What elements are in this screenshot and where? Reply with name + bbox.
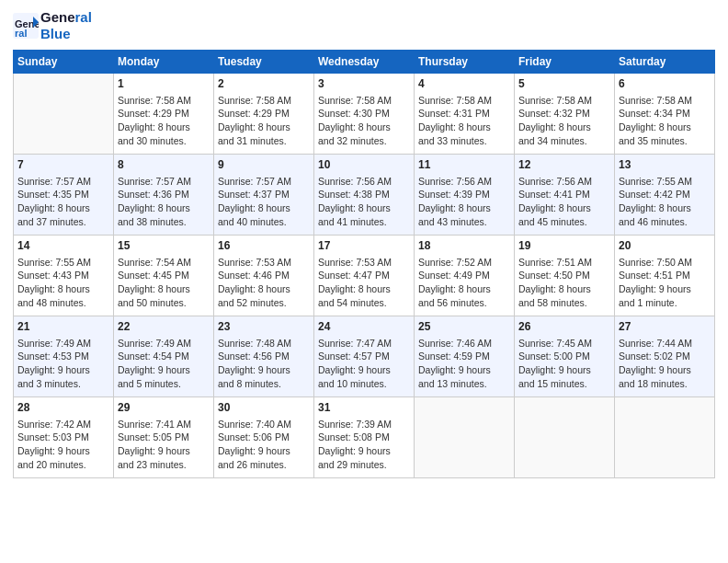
calendar-cell — [615, 397, 715, 478]
weekday-header-row: SundayMondayTuesdayWednesdayThursdayFrid… — [14, 51, 715, 74]
calendar-cell: 3Sunrise: 7:58 AM Sunset: 4:30 PM Daylig… — [314, 74, 415, 155]
calendar-cell: 10Sunrise: 7:56 AM Sunset: 4:38 PM Dayli… — [314, 155, 415, 236]
calendar-cell: 25Sunrise: 7:46 AM Sunset: 4:59 PM Dayli… — [415, 316, 515, 397]
week-row-4: 28Sunrise: 7:42 AM Sunset: 5:03 PM Dayli… — [14, 397, 715, 478]
day-number: 14 — [17, 238, 109, 254]
day-number: 7 — [17, 157, 109, 173]
calendar-page: Gene ral General Blue SundayMondayTuesda… — [0, 0, 728, 563]
logo-icon: Gene ral — [13, 13, 39, 39]
calendar-cell: 31Sunrise: 7:39 AM Sunset: 5:08 PM Dayli… — [314, 397, 415, 478]
calendar-cell — [415, 397, 515, 478]
day-info: Sunrise: 7:53 AM Sunset: 4:47 PM Dayligh… — [318, 256, 410, 310]
calendar-cell — [14, 74, 114, 155]
day-info: Sunrise: 7:51 AM Sunset: 4:50 PM Dayligh… — [518, 256, 610, 310]
calendar-cell: 22Sunrise: 7:49 AM Sunset: 4:54 PM Dayli… — [114, 316, 214, 397]
day-info: Sunrise: 7:58 AM Sunset: 4:29 PM Dayligh… — [118, 94, 210, 148]
day-number: 31 — [318, 400, 410, 416]
calendar-cell: 20Sunrise: 7:50 AM Sunset: 4:51 PM Dayli… — [615, 236, 715, 316]
weekday-header-tuesday: Tuesday — [214, 51, 314, 74]
calendar-cell: 9Sunrise: 7:57 AM Sunset: 4:37 PM Daylig… — [214, 155, 314, 236]
logo-text: General Blue — [40, 9, 92, 42]
day-number: 27 — [619, 319, 711, 335]
day-number: 20 — [619, 238, 711, 254]
day-number: 5 — [518, 76, 610, 92]
day-number: 13 — [619, 157, 711, 173]
day-info: Sunrise: 7:41 AM Sunset: 5:05 PM Dayligh… — [118, 418, 210, 472]
header: Gene ral General Blue — [13, 9, 715, 42]
calendar-cell: 23Sunrise: 7:48 AM Sunset: 4:56 PM Dayli… — [214, 316, 314, 397]
day-number: 22 — [118, 319, 210, 335]
calendar-cell: 24Sunrise: 7:47 AM Sunset: 4:57 PM Dayli… — [314, 316, 415, 397]
calendar-cell: 21Sunrise: 7:49 AM Sunset: 4:53 PM Dayli… — [14, 316, 114, 397]
weekday-header-sunday: Sunday — [14, 51, 114, 74]
day-number: 17 — [318, 238, 410, 254]
day-info: Sunrise: 7:56 AM Sunset: 4:38 PM Dayligh… — [318, 175, 410, 229]
calendar-cell: 7Sunrise: 7:57 AM Sunset: 4:35 PM Daylig… — [14, 155, 114, 236]
day-number: 9 — [218, 157, 310, 173]
day-number: 1 — [118, 76, 210, 92]
day-number: 18 — [418, 238, 510, 254]
day-number: 6 — [619, 76, 711, 92]
day-number: 19 — [518, 238, 610, 254]
day-number: 10 — [318, 157, 410, 173]
weekday-header-saturday: Saturday — [615, 51, 715, 74]
day-number: 11 — [418, 157, 510, 173]
calendar-table: SundayMondayTuesdayWednesdayThursdayFrid… — [13, 50, 715, 478]
day-number: 12 — [518, 157, 610, 173]
week-row-2: 14Sunrise: 7:55 AM Sunset: 4:43 PM Dayli… — [14, 236, 715, 316]
calendar-cell: 6Sunrise: 7:58 AM Sunset: 4:34 PM Daylig… — [615, 74, 715, 155]
week-row-1: 7Sunrise: 7:57 AM Sunset: 4:35 PM Daylig… — [14, 155, 715, 236]
day-info: Sunrise: 7:57 AM Sunset: 4:35 PM Dayligh… — [17, 175, 109, 229]
day-info: Sunrise: 7:55 AM Sunset: 4:43 PM Dayligh… — [17, 256, 109, 310]
day-number: 25 — [418, 319, 510, 335]
day-info: Sunrise: 7:57 AM Sunset: 4:37 PM Dayligh… — [218, 175, 310, 229]
day-info: Sunrise: 7:58 AM Sunset: 4:29 PM Dayligh… — [218, 94, 310, 148]
day-info: Sunrise: 7:49 AM Sunset: 4:54 PM Dayligh… — [118, 337, 210, 391]
day-number: 23 — [218, 319, 310, 335]
day-info: Sunrise: 7:56 AM Sunset: 4:41 PM Dayligh… — [518, 175, 610, 229]
calendar-cell: 15Sunrise: 7:54 AM Sunset: 4:45 PM Dayli… — [114, 236, 214, 316]
weekday-header-wednesday: Wednesday — [314, 51, 415, 74]
calendar-cell: 18Sunrise: 7:52 AM Sunset: 4:49 PM Dayli… — [415, 236, 515, 316]
calendar-cell: 11Sunrise: 7:56 AM Sunset: 4:39 PM Dayli… — [415, 155, 515, 236]
calendar-cell: 2Sunrise: 7:58 AM Sunset: 4:29 PM Daylig… — [214, 74, 314, 155]
calendar-cell: 8Sunrise: 7:57 AM Sunset: 4:36 PM Daylig… — [114, 155, 214, 236]
day-info: Sunrise: 7:57 AM Sunset: 4:36 PM Dayligh… — [118, 175, 210, 229]
day-info: Sunrise: 7:49 AM Sunset: 4:53 PM Dayligh… — [17, 337, 109, 391]
day-number: 26 — [518, 319, 610, 335]
calendar-cell: 28Sunrise: 7:42 AM Sunset: 5:03 PM Dayli… — [14, 397, 114, 478]
day-info: Sunrise: 7:46 AM Sunset: 4:59 PM Dayligh… — [418, 337, 510, 391]
calendar-cell: 13Sunrise: 7:55 AM Sunset: 4:42 PM Dayli… — [615, 155, 715, 236]
day-info: Sunrise: 7:58 AM Sunset: 4:32 PM Dayligh… — [518, 94, 610, 148]
calendar-cell: 16Sunrise: 7:53 AM Sunset: 4:46 PM Dayli… — [214, 236, 314, 316]
day-info: Sunrise: 7:58 AM Sunset: 4:34 PM Dayligh… — [619, 94, 711, 148]
day-info: Sunrise: 7:54 AM Sunset: 4:45 PM Dayligh… — [118, 256, 210, 310]
weekday-header-monday: Monday — [114, 51, 214, 74]
day-info: Sunrise: 7:42 AM Sunset: 5:03 PM Dayligh… — [17, 418, 109, 472]
day-info: Sunrise: 7:56 AM Sunset: 4:39 PM Dayligh… — [418, 175, 510, 229]
calendar-cell: 29Sunrise: 7:41 AM Sunset: 5:05 PM Dayli… — [114, 397, 214, 478]
day-info: Sunrise: 7:48 AM Sunset: 4:56 PM Dayligh… — [218, 337, 310, 391]
calendar-cell: 26Sunrise: 7:45 AM Sunset: 5:00 PM Dayli… — [515, 316, 615, 397]
day-info: Sunrise: 7:55 AM Sunset: 4:42 PM Dayligh… — [619, 175, 711, 229]
logo: Gene ral General Blue — [13, 9, 92, 42]
calendar-cell: 19Sunrise: 7:51 AM Sunset: 4:50 PM Dayli… — [515, 236, 615, 316]
calendar-cell: 30Sunrise: 7:40 AM Sunset: 5:06 PM Dayli… — [214, 397, 314, 478]
day-info: Sunrise: 7:50 AM Sunset: 4:51 PM Dayligh… — [619, 256, 711, 310]
day-number: 4 — [418, 76, 510, 92]
calendar-cell — [515, 397, 615, 478]
day-number: 28 — [17, 400, 109, 416]
day-info: Sunrise: 7:53 AM Sunset: 4:46 PM Dayligh… — [218, 256, 310, 310]
day-number: 3 — [318, 76, 410, 92]
day-info: Sunrise: 7:52 AM Sunset: 4:49 PM Dayligh… — [418, 256, 510, 310]
day-info: Sunrise: 7:45 AM Sunset: 5:00 PM Dayligh… — [518, 337, 610, 391]
day-number: 8 — [118, 157, 210, 173]
week-row-3: 21Sunrise: 7:49 AM Sunset: 4:53 PM Dayli… — [14, 316, 715, 397]
day-info: Sunrise: 7:39 AM Sunset: 5:08 PM Dayligh… — [318, 418, 410, 472]
calendar-cell: 14Sunrise: 7:55 AM Sunset: 4:43 PM Dayli… — [14, 236, 114, 316]
day-info: Sunrise: 7:40 AM Sunset: 5:06 PM Dayligh… — [218, 418, 310, 472]
day-number: 16 — [218, 238, 310, 254]
calendar-cell: 12Sunrise: 7:56 AM Sunset: 4:41 PM Dayli… — [515, 155, 615, 236]
day-number: 2 — [218, 76, 310, 92]
weekday-header-friday: Friday — [515, 51, 615, 74]
